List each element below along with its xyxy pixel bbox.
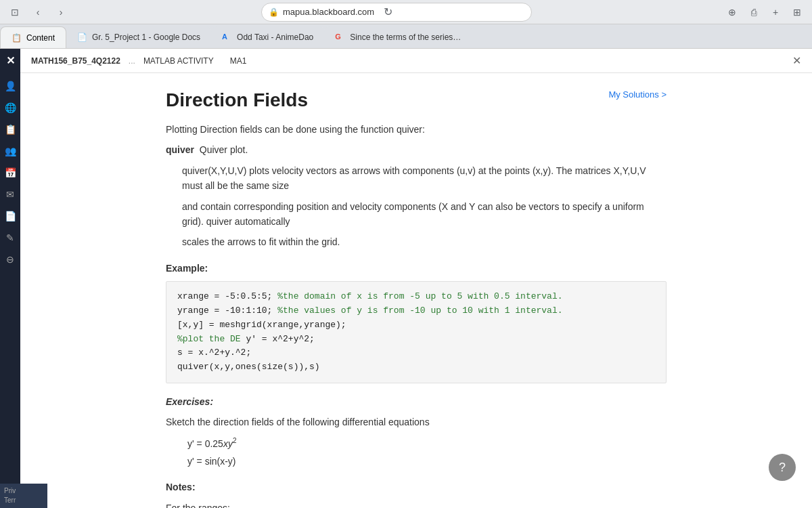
sidebar-mail-icon[interactable]: ✉ <box>2 186 18 203</box>
quiver-desc: Quiver plot. <box>200 144 248 155</box>
notes-section: Notes: For the ranges: For Item No.1 Use… <box>166 480 667 508</box>
tab-google-search-icon: G <box>335 33 344 42</box>
sidebar-toggle-btn[interactable]: ⊡ <box>5 3 24 22</box>
sidebar-calendar-icon[interactable]: 📅 <box>2 165 18 181</box>
download-btn[interactable]: ⊕ <box>723 3 742 22</box>
tab-odd-taxi[interactable]: A Odd Taxi - AnimeDao <box>211 26 324 48</box>
quiver-keyword: quiver <box>166 144 194 155</box>
code-line5-text: s = x.^2+y.^2; <box>177 347 251 358</box>
privacy-footer: Priv Terr <box>0 484 47 508</box>
code-line-2: yrange = -10:1:10; %the values of y is f… <box>177 304 655 318</box>
tab-content-label: Content <box>26 33 55 43</box>
exercises-label: Exercises: <box>166 394 667 409</box>
code-line4-code: y' = x^2+y^2; <box>241 334 315 344</box>
code-line6-text: quiver(x,y,ones(size(s)),s) <box>177 362 320 372</box>
tab-google-search[interactable]: G Since the terms of the series do not a… <box>324 26 473 48</box>
terms-text: Terr <box>4 496 43 505</box>
tabs-bar: 📋 Content 📄 Gr. 5_Project 1 - Google Doc… <box>0 24 812 49</box>
page-title: Direction Fields <box>166 89 308 111</box>
quiver-detail3: scales the arrows to fit within the grid… <box>182 234 667 249</box>
new-tab-btn[interactable]: + <box>766 3 785 22</box>
quiver-section: quiver Quiver plot. quiver(X,Y,U,V) plot… <box>166 142 667 249</box>
doc-header: Direction Fields My Solutions > <box>166 89 667 111</box>
tab-content[interactable]: 📋 Content <box>0 26 66 48</box>
toolbar-icons: ⊕ ⎙ + ⊞ <box>723 3 807 22</box>
quiver-detail1: quiver(X,Y,U,V) plots velocity vectors a… <box>182 163 667 194</box>
lock-icon: 🔒 <box>269 7 279 17</box>
notes-ranges: For the ranges: <box>166 501 667 508</box>
code-line-4: %plot the DE y' = x^2+y^2; <box>177 333 655 347</box>
code-line2-comment: %the values of y is from -10 up to 10 wi… <box>272 305 562 316</box>
code-line1-comment: %the domain of x is from -5 up to 5 with… <box>272 291 562 301</box>
sidebar-clipboard-icon[interactable]: 📋 <box>2 121 18 137</box>
exercise-item-1: y' = 0.25xy2 <box>187 436 667 451</box>
sidebar-globe-icon[interactable]: 🌐 <box>2 100 18 116</box>
tab-odd-taxi-label: Odd Taxi - AnimeDao <box>237 33 313 42</box>
quiver-heading-line: quiver Quiver plot. <box>166 142 667 157</box>
browser-top-bar: ⊡ ‹ › 🔒 mapua.blackboard.com ↻ ⊕ ⎙ + ⊞ <box>0 0 812 24</box>
exercise-item-2: y' = sin(x-y) <box>187 454 667 469</box>
doc-body: Plotting Direction fields can be done us… <box>166 122 667 508</box>
tab-google-docs-icon: 📄 <box>77 33 87 42</box>
sidebar-doc-icon[interactable]: 📄 <box>2 208 18 224</box>
code-line3-text: [x,y] = meshgrid(xrange,yrange); <box>177 320 346 330</box>
privacy-text: Priv <box>4 486 43 496</box>
code-line-3: [x,y] = meshgrid(xrange,yrange); <box>177 318 655 333</box>
sidebar-exit-icon[interactable]: ⊖ <box>2 251 18 268</box>
left-sidebar: ✕ 👤 🌐 📋 👥 📅 ✉ 📄 ✎ ⊖ <box>0 49 20 508</box>
reload-btn[interactable]: ↻ <box>378 3 397 22</box>
exercises-intro: Sketch the direction fields of the follo… <box>166 415 667 429</box>
breadcrumb-bar: MATH156_B75_4Q2122 ... MATLAB ACTIVITY M… <box>20 49 812 73</box>
code-line2-normal: yrange = -10:1:10; <box>177 305 272 316</box>
sidebar-people-icon[interactable]: 👥 <box>2 143 18 159</box>
tab-google-docs[interactable]: 📄 Gr. 5_Project 1 - Google Docs <box>66 26 211 48</box>
code-line-5: s = x.^2+y.^2; <box>177 346 655 360</box>
notes-label: Notes: <box>166 480 667 494</box>
intro-text: Plotting Direction fields can be done us… <box>166 122 667 137</box>
breadcrumb-item[interactable]: MA1 <box>230 56 247 66</box>
tab-content-icon: 📋 <box>12 33 21 43</box>
breadcrumb-sep1: ... <box>129 56 135 66</box>
extensions-btn[interactable]: ⊞ <box>788 3 807 22</box>
address-bar[interactable]: 🔒 mapua.blackboard.com ↻ <box>261 3 532 22</box>
breadcrumb-course[interactable]: MATH156_B75_4Q2122 <box>31 56 120 66</box>
sidebar-edit-icon[interactable]: ✎ <box>2 230 18 246</box>
tab-odd-taxi-icon: A <box>222 33 231 42</box>
example-label: Example: <box>166 261 667 276</box>
code-line-1: xrange = -5:0.5:5; %the domain of x is f… <box>177 290 655 304</box>
close-sidebar-btn[interactable]: ✕ <box>6 54 15 67</box>
url-text: mapua.blackboard.com <box>283 7 374 17</box>
forward-btn[interactable]: › <box>51 3 70 22</box>
breadcrumb-section[interactable]: MATLAB ACTIVITY <box>143 56 214 66</box>
browser-window: ⊡ ‹ › 🔒 mapua.blackboard.com ↻ ⊕ ⎙ + ⊞ 📋… <box>0 0 812 508</box>
tab-google-search-label: Since the terms of the series do not app… <box>350 33 462 42</box>
help-btn[interactable]: ? <box>769 454 796 481</box>
code-line-6: quiver(x,y,ones(size(s)),s) <box>177 360 655 375</box>
sidebar-person-icon[interactable]: 👤 <box>2 78 18 94</box>
share-btn[interactable]: ⎙ <box>744 3 763 22</box>
main-area: ✕ 👤 🌐 📋 👥 📅 ✉ 📄 ✎ ⊖ MATH156_B75_4Q2122 .… <box>0 49 812 508</box>
my-solutions-link[interactable]: My Solutions > <box>608 89 667 100</box>
quiver-detail2: and contain corresponding position and v… <box>182 199 667 230</box>
page-content: MATH156_B75_4Q2122 ... MATLAB ACTIVITY M… <box>20 49 812 508</box>
back-btn[interactable]: ‹ <box>28 3 47 22</box>
code-line1-normal: xrange = -5:0.5:5; <box>177 291 272 301</box>
address-bar-container: 🔒 mapua.blackboard.com ↻ <box>76 3 717 22</box>
close-page-btn[interactable]: ✕ <box>792 54 801 67</box>
exercise-list: y' = 0.25xy2 y' = sin(x-y) <box>187 436 667 469</box>
code-line4-comment: %plot the DE <box>177 334 241 344</box>
code-block: xrange = -5:0.5:5; %the domain of x is f… <box>166 281 667 383</box>
document-area: Direction Fields My Solutions > Plotting… <box>112 73 721 508</box>
tab-google-docs-label: Gr. 5_Project 1 - Google Docs <box>92 33 200 42</box>
window-controls: ⊡ ‹ › <box>5 3 70 22</box>
